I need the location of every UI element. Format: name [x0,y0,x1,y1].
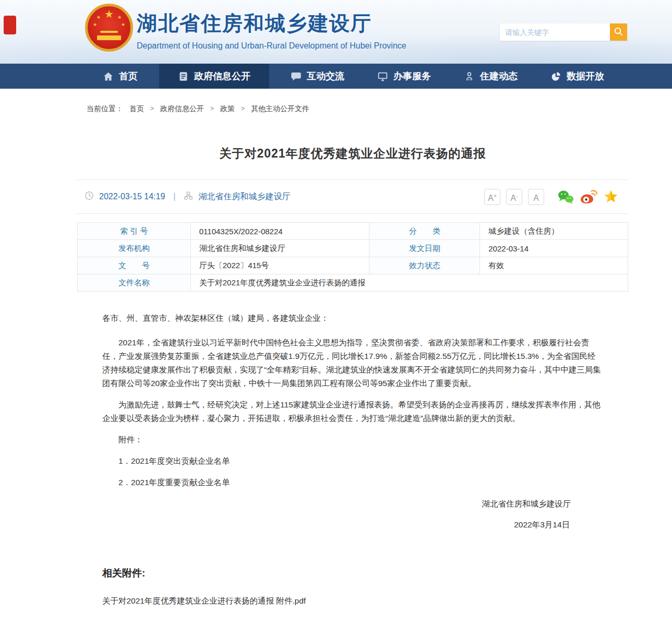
person-icon [464,71,475,82]
site-subtitle: Department of Housing and Urban-Rural De… [137,41,406,51]
font-increase-button[interactable]: A+ [484,189,500,205]
attachment-intro: 附件： [102,433,603,447]
doc-number-label: 文 号 [78,257,191,274]
breadcrumb-item-home[interactable]: 首页 [129,104,144,113]
national-emblem-logo: ★ ★ ★ ★ ★ [85,4,133,52]
doc-name-label: 文件名称 [78,274,191,292]
status-label: 效力状态 [369,257,480,274]
nav-item-gov-info[interactable]: 政府信息公开 [159,64,269,89]
document-body: 各市、州、直管市、神农架林区住（城）建局，各建筑业企业： 2021年，全省建筑行… [77,292,628,532]
breadcrumb-prefix: 当前位置： [87,104,123,113]
article-meta-row: 2022-03-15 14:19 | 湖北省住房和城乡建设厅 A+ A- A [77,179,628,214]
issue-date-label: 发文日期 [369,240,480,257]
category-value: 城乡建设（含住房） [480,223,628,240]
nav-item-interaction[interactable]: 互动交流 [279,64,356,89]
breadcrumb-separator: > [150,104,154,113]
body-paragraph: 2021年，全省建筑行业以习近平新时代中国特色社会主义思想为指导，坚决贯彻省委、… [102,336,603,390]
search-button[interactable] [610,23,627,41]
breadcrumb-item-other-docs[interactable]: 其他主动公开文件 [251,104,309,113]
related-attachments-section: 相关附件: 关于对2021年度优秀建筑业企业进行表扬的通报 附件.pdf [77,567,628,607]
attachment-item: 2．2021年度重要贡献企业名单 [102,476,603,489]
sitemap-icon [184,191,193,202]
breadcrumb-item-gov-info[interactable]: 政府信息公开 [160,104,204,113]
floating-widget-icon[interactable] [4,16,16,34]
document-icon [178,71,189,82]
table-row: 文件名称 关于对2021年度优秀建筑业企业进行表扬的通报 [78,274,628,292]
font-decrease-button[interactable]: A- [506,189,522,205]
document-info-table: 索 引 号 01104325X/2022-08224 分 类 城乡建设（含住房）… [77,222,628,292]
nav-item-home[interactable]: 首页 [91,64,149,89]
attachment-pdf-link[interactable]: 关于对2021年度优秀建筑业企业进行表扬的通报 附件.pdf [102,595,306,607]
index-number-label: 索 引 号 [78,223,191,240]
breadcrumb: 当前位置： 首页 > 政府信息公开 > 政策 > 其他主动公开文件 [0,89,672,113]
nav-item-label: 政府信息公开 [194,70,250,82]
signature-date: 2022年3月14日 [102,518,603,532]
agency-value: 湖北省住房和城乡建设厅 [190,240,369,257]
signature-agency: 湖北省住房和城乡建设厅 [102,497,603,511]
font-reset-button[interactable]: A [528,189,544,205]
breadcrumb-separator: > [241,104,245,113]
table-row: 文 号 厅头〔2022〕415号 效力状态 有效 [78,257,628,274]
monitor-icon [377,71,388,82]
main-nav: 首页 政府信息公开 互动交流 办事服务 住建动态 [0,64,672,89]
nav-item-label: 办事服务 [393,70,431,82]
agency-label: 发布机构 [78,240,191,257]
emblem-gate-icon [100,31,118,33]
qzone-icon[interactable] [603,189,619,204]
doc-name-value: 关于对2021年度优秀建筑业企业进行表扬的通报 [190,274,628,292]
attachment-item: 1．2021年度突出贡献企业名单 [102,454,603,468]
pie-chart-icon [550,71,561,82]
emblem-small-star-icon: ★ [97,15,101,20]
status-value: 有效 [480,257,628,274]
breadcrumb-separator: > [210,104,214,113]
clock-icon [85,191,94,202]
publish-datetime: 2022-03-15 14:19 [99,192,165,201]
nav-item-label: 住建动态 [480,70,518,82]
table-row: 索 引 号 01104325X/2022-08224 分 类 城乡建设（含住房） [78,223,628,240]
home-icon [103,71,114,82]
body-paragraph: 为激励先进，鼓舞士气，经研究决定，对上述115家建筑业企业进行通报表扬。希望受到… [102,398,603,425]
source-agency: 湖北省住房和城乡建设厅 [198,191,290,202]
emblem-star-icon: ★ [104,9,114,19]
nav-item-open-data[interactable]: 数据开放 [539,64,616,89]
emblem-small-star-icon: ★ [121,22,125,27]
emblem-gate-icon [97,35,121,40]
table-row: 发布机构 湖北省住房和城乡建设厅 发文日期 2022-03-14 [78,240,628,257]
nav-item-label: 首页 [119,70,138,82]
emblem-small-star-icon: ★ [117,15,122,20]
nav-item-label: 互动交流 [307,70,344,82]
index-number-value: 01104325X/2022-08224 [190,223,369,240]
site-header: ★ ★ ★ ★ ★ 湖北省住房和城乡建设厅 Department of Hous… [0,0,672,64]
article-container: 关于对2021年度优秀建筑业企业进行表扬的通报 2022-03-15 14:19… [77,145,628,607]
nav-item-label: 数据开放 [567,70,604,82]
meta-separator: | [170,192,178,201]
nav-item-news[interactable]: 住建动态 [452,64,529,89]
issue-date-value: 2022-03-14 [480,240,628,257]
salutation: 各市、州、直管市、神农架林区住（城）建局，各建筑业企业： [102,311,603,325]
wechat-icon[interactable] [557,189,574,204]
emblem-small-star-icon: ★ [93,22,97,27]
nav-item-services[interactable]: 办事服务 [366,64,442,89]
weibo-icon[interactable] [580,189,597,204]
site-title: 湖北省住房和城乡建设厅 [137,9,406,38]
search-icon [614,27,623,38]
page-title: 关于对2021年度优秀建筑业企业进行表扬的通报 [77,145,628,162]
breadcrumb-item-policy[interactable]: 政策 [220,104,235,113]
search-input[interactable] [500,23,610,41]
search-box [500,23,627,41]
chat-icon [291,71,302,82]
doc-number-value: 厅头〔2022〕415号 [190,257,369,274]
related-attachments-heading: 相关附件: [102,567,628,580]
category-label: 分 类 [369,223,480,240]
